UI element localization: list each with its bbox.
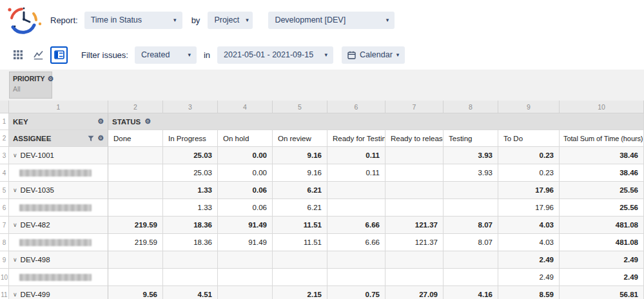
- status-column-header: Ready for Testing: [327, 130, 385, 147]
- value-cell: 0.00: [218, 164, 273, 182]
- filter-icon[interactable]: [88, 135, 94, 142]
- pivot-table: 123456789101KEY⚙STATUS⚙2ASSIGNEE⚙DoneIn …: [0, 101, 644, 299]
- column-number: 3: [163, 101, 218, 113]
- value-cell: [385, 251, 444, 269]
- value-cell: 219.59: [108, 217, 163, 234]
- chart-view-button[interactable]: [30, 46, 47, 64]
- value-cell: [273, 269, 327, 286]
- row-number: 8: [0, 234, 9, 251]
- priority-label: PRIORITY: [13, 75, 45, 82]
- issue-key-label: DEV-1001: [21, 151, 54, 159]
- value-cell: 8.59: [498, 286, 560, 299]
- expand-icon[interactable]: ∨: [13, 187, 17, 193]
- value-cell: 4.03: [498, 234, 560, 251]
- value-cell: [385, 147, 444, 164]
- value-cell: [108, 147, 163, 164]
- value-cell: 18.36: [163, 217, 218, 234]
- total-cell: 2.49: [560, 251, 644, 269]
- filter-field-value: Created: [141, 50, 170, 59]
- value-cell: 6.66: [327, 217, 385, 234]
- gear-icon[interactable]: ⚙: [48, 75, 54, 82]
- redacted-assignee-name: [19, 204, 92, 211]
- value-cell: 0.11: [327, 164, 385, 182]
- chevron-down-icon: ▾: [386, 17, 389, 23]
- value-cell: [108, 199, 163, 217]
- value-cell: 91.49: [218, 217, 273, 234]
- chevron-down-icon: ▾: [188, 52, 191, 58]
- value-cell: 8.07: [444, 217, 498, 234]
- filter-issues-label: Filter issues:: [81, 50, 128, 60]
- chevron-down-icon: ▾: [396, 52, 400, 58]
- total-cell: 38.46: [560, 164, 644, 182]
- status-column-header: In Progress: [163, 130, 218, 147]
- filter-field-dropdown[interactable]: Created ▾: [135, 46, 197, 64]
- scope-value: Project: [214, 15, 239, 24]
- column-number: 8: [444, 101, 498, 113]
- value-cell: 9.56: [108, 286, 163, 299]
- value-cell: [163, 269, 218, 286]
- value-cell: 25.03: [163, 147, 218, 164]
- issue-key-cell: ∨DEV-1035: [9, 182, 108, 199]
- grid-icon: [14, 50, 23, 59]
- value-cell: 0.23: [498, 147, 560, 164]
- column-number: 2: [108, 101, 163, 113]
- chevron-down-icon: ▾: [246, 17, 249, 23]
- report-type-dropdown[interactable]: Time in Status ▾: [84, 12, 182, 29]
- project-dropdown[interactable]: Development [DEV] ▾: [268, 12, 395, 29]
- chevron-down-icon: ▾: [173, 17, 177, 23]
- expand-icon[interactable]: ∨: [13, 256, 17, 263]
- priority-filter-box[interactable]: PRIORITY ⚙ All: [9, 72, 52, 99]
- value-cell: 91.49: [218, 234, 273, 251]
- priority-value: All: [13, 85, 48, 93]
- gear-icon[interactable]: ⚙: [97, 135, 104, 142]
- grid-view-button[interactable]: [9, 46, 26, 64]
- row-number: 10: [0, 269, 9, 286]
- status-header-label: STATUS: [112, 118, 141, 126]
- value-cell: 11.51: [273, 217, 327, 234]
- value-cell: 9.16: [273, 147, 327, 164]
- row-number: 6: [0, 199, 9, 217]
- value-cell: 4.16: [444, 286, 498, 299]
- key-header-label: KEY: [13, 118, 97, 126]
- scope-dropdown[interactable]: Project ▾: [208, 12, 253, 29]
- gear-icon[interactable]: ⚙: [97, 118, 104, 125]
- column-number: 6: [327, 101, 385, 113]
- gear-icon[interactable]: ⚙: [144, 118, 151, 125]
- pivot-icon: [54, 50, 64, 59]
- value-cell: 0.06: [218, 182, 273, 199]
- value-cell: [327, 269, 385, 286]
- expand-icon[interactable]: ∨: [13, 222, 17, 228]
- calendar-label: Calendar: [360, 50, 393, 59]
- value-cell: [108, 269, 163, 286]
- issue-key-label: DEV-498: [21, 256, 50, 264]
- row-number: 5: [0, 182, 9, 199]
- app-logo-icon: [5, 4, 43, 36]
- redacted-assignee-name: [19, 169, 92, 177]
- value-cell: 25.03: [163, 164, 218, 182]
- total-cell: 481.08: [560, 217, 644, 234]
- value-cell: 0.75: [327, 286, 385, 299]
- value-cell: 17.96: [498, 182, 560, 199]
- assignee-cell: [9, 234, 108, 251]
- date-range-value: 2021-05-01 - 2021-09-15: [224, 50, 313, 59]
- value-cell: [218, 269, 273, 286]
- total-cell: 25.56: [560, 199, 644, 217]
- top-bar: Report: Time in Status ▾ by Project ▾ De…: [0, 0, 644, 40]
- value-cell: [108, 182, 163, 199]
- calendar-button[interactable]: Calendar ▾: [342, 46, 405, 64]
- value-cell: 2.49: [498, 269, 560, 286]
- issue-key-label: DEV-1035: [21, 186, 54, 194]
- value-cell: [327, 199, 385, 217]
- issue-key-cell: ∨DEV-499: [9, 286, 108, 299]
- value-cell: [218, 251, 273, 269]
- status-column-header: Testing: [444, 130, 498, 147]
- pivot-view-button[interactable]: [50, 46, 68, 64]
- status-column-header: On review: [273, 130, 327, 147]
- value-cell: 0.06: [218, 199, 273, 217]
- issue-key-label: DEV-482: [21, 221, 50, 229]
- date-range-dropdown[interactable]: 2021-05-01 - 2021-09-15 ▾: [217, 46, 333, 64]
- expand-icon[interactable]: ∨: [13, 152, 17, 159]
- value-cell: 4.51: [163, 286, 218, 299]
- total-cell: 56.81: [560, 286, 644, 299]
- expand-icon[interactable]: ∨: [13, 291, 17, 298]
